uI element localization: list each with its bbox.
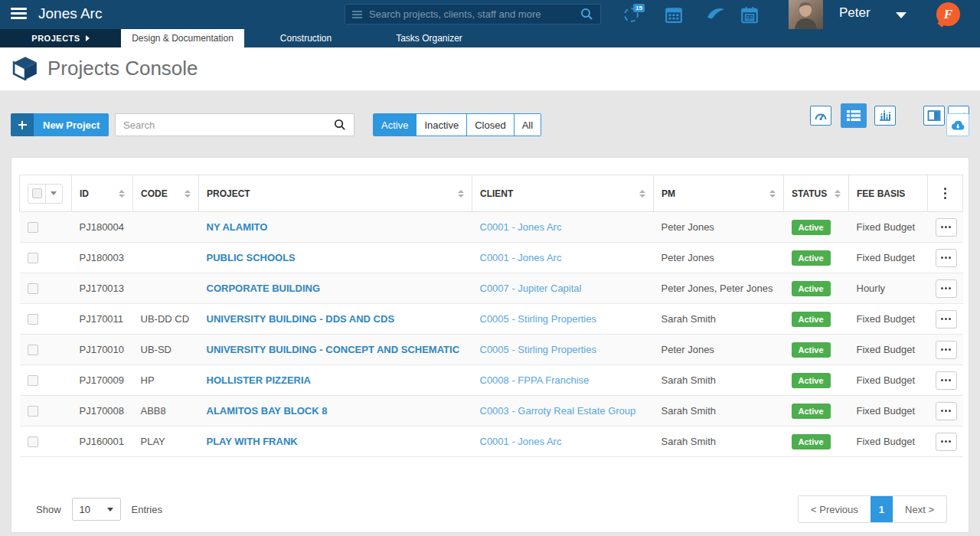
client-link[interactable]: C0008 - FPPA Franchise [480, 374, 590, 386]
row-actions-button[interactable] [936, 218, 957, 237]
header-status[interactable]: STATUS [784, 175, 849, 212]
client-link[interactable]: C0005 - Stirling Properties [480, 313, 596, 325]
header-id[interactable]: ID [72, 175, 133, 212]
tab-construction[interactable]: Construction [244, 29, 368, 47]
new-project-button[interactable]: New Project [11, 113, 109, 136]
split-panel-button[interactable] [923, 106, 945, 126]
row-actions-button[interactable] [936, 433, 957, 451]
client-link[interactable]: C0007 - Jupiter Capital [480, 283, 582, 294]
search-menu-icon[interactable] [352, 11, 362, 18]
header-code[interactable]: CODE [133, 175, 199, 212]
date-calendar-icon[interactable]: 03 [740, 5, 760, 25]
row-checkbox[interactable] [28, 375, 38, 386]
timer-badge: 15 [633, 4, 645, 12]
row-checkbox[interactable] [28, 314, 38, 325]
select-all-split-button[interactable] [28, 184, 63, 204]
client-link[interactable]: C0005 - Stirling Properties [480, 344, 596, 355]
client-link[interactable]: C0001 - Jones Arc [480, 436, 562, 447]
user-avatar[interactable] [789, 0, 823, 29]
header-client[interactable]: CLIENT [472, 175, 654, 212]
dashboard-view-button[interactable] [810, 106, 831, 126]
cell-code [133, 243, 199, 273]
search-icon[interactable] [580, 8, 593, 21]
cell-project: PUBLIC SCHOOLS [199, 243, 472, 273]
cell-fee-basis: Fixed Budget [849, 212, 928, 243]
user-name[interactable]: Peter [839, 5, 871, 21]
nav-projects-menu[interactable]: PROJECTS [0, 29, 121, 47]
cell-pm: Peter Jones [654, 243, 784, 273]
client-link[interactable]: C0001 - Jones Arc [480, 252, 562, 263]
swoosh-icon[interactable] [706, 5, 726, 25]
project-link[interactable]: PLAY WITH FRANK [207, 436, 298, 447]
cell-fee-basis: Fixed Budget [849, 304, 928, 335]
sort-icon[interactable] [769, 190, 776, 198]
project-link[interactable]: NY ALAMITO [207, 221, 268, 233]
feedback-bubble-button[interactable]: F [936, 2, 960, 26]
project-link[interactable]: UNIVERSITY BUILDING - DDS AND CDS [207, 313, 395, 325]
header-project[interactable]: PROJECT [199, 175, 472, 212]
header-menu-cell [928, 175, 963, 212]
current-page-button[interactable]: 1 [871, 496, 893, 522]
sort-icon[interactable] [639, 190, 645, 198]
row-checkbox[interactable] [28, 345, 38, 355]
project-link[interactable]: PUBLIC SCHOOLS [207, 252, 296, 263]
filter-inactive[interactable]: Inactive [416, 114, 467, 136]
next-page-button[interactable]: Next > [893, 496, 946, 522]
filter-all[interactable]: All [514, 114, 541, 136]
entries-label: Entries [132, 504, 162, 515]
cell-actions [928, 273, 963, 304]
sort-icon[interactable] [185, 190, 191, 198]
project-link[interactable]: CORPORATE BUILDING [207, 283, 321, 294]
history-timer-icon[interactable]: 15 [623, 5, 643, 25]
previous-page-button[interactable]: < Previous [799, 496, 871, 522]
select-all-checkbox[interactable] [32, 188, 42, 198]
chevron-down-icon[interactable] [896, 12, 906, 18]
table-view-button[interactable] [841, 103, 867, 128]
row-checkbox[interactable] [28, 253, 38, 263]
filter-active[interactable]: Active [374, 114, 416, 136]
row-checkbox[interactable] [28, 283, 38, 294]
client-link[interactable]: C0001 - Jones Arc [480, 221, 562, 233]
page-size-value: 10 [80, 504, 90, 515]
cell-actions [928, 335, 963, 365]
row-actions-button[interactable] [936, 249, 957, 267]
sort-icon[interactable] [835, 190, 841, 198]
global-search [345, 4, 601, 25]
menu-icon[interactable] [11, 8, 27, 19]
table-search-input[interactable] [123, 119, 334, 131]
header-pm[interactable]: PM [654, 175, 784, 212]
row-actions-button[interactable] [936, 310, 957, 328]
row-actions-button[interactable] [936, 279, 957, 298]
cell-status: Active [784, 335, 849, 365]
tab-tasks-organizer[interactable]: Tasks Organizer [368, 29, 491, 47]
chart-view-button[interactable] [874, 106, 896, 126]
project-link[interactable]: ALAMITOS BAY BLOCK 8 [207, 405, 328, 417]
cell-id: PJ170009 [72, 365, 133, 396]
show-label: Show [36, 504, 61, 515]
sort-icon[interactable] [119, 190, 125, 198]
client-link[interactable]: C0003 - Garroty Real Estate Group [480, 405, 636, 417]
project-link[interactable]: HOLLISTER PIZZERIA [207, 374, 312, 386]
project-link[interactable]: UNIVERSITY BUILDING - CONCEPT AND SCHEMA… [207, 344, 460, 355]
row-checkbox[interactable] [28, 222, 38, 233]
feedback-letter: F [944, 7, 952, 22]
row-checkbox[interactable] [28, 436, 38, 447]
cell-actions [928, 365, 963, 396]
row-actions-button[interactable] [936, 341, 957, 359]
tab-design-documentation[interactable]: Design & Documentation [121, 29, 244, 47]
search-icon[interactable] [334, 119, 346, 131]
filter-closed[interactable]: Closed [467, 114, 514, 136]
kebab-menu-icon[interactable] [936, 188, 955, 199]
cell-code [133, 212, 199, 243]
row-actions-button[interactable] [936, 371, 957, 390]
brand-title: Jones Arc [38, 5, 102, 22]
global-search-input[interactable] [369, 8, 580, 20]
sort-icon[interactable] [458, 190, 464, 198]
page-size-select[interactable]: 10 [72, 498, 121, 521]
row-checkbox[interactable] [28, 406, 38, 417]
row-actions-button[interactable] [936, 402, 957, 420]
export-button[interactable] [946, 113, 969, 136]
cube-icon [12, 56, 38, 80]
calendar-icon[interactable] [665, 5, 684, 25]
table-row: PJ170010UB-SDUNIVERSITY BUILDING - CONCE… [20, 335, 963, 365]
